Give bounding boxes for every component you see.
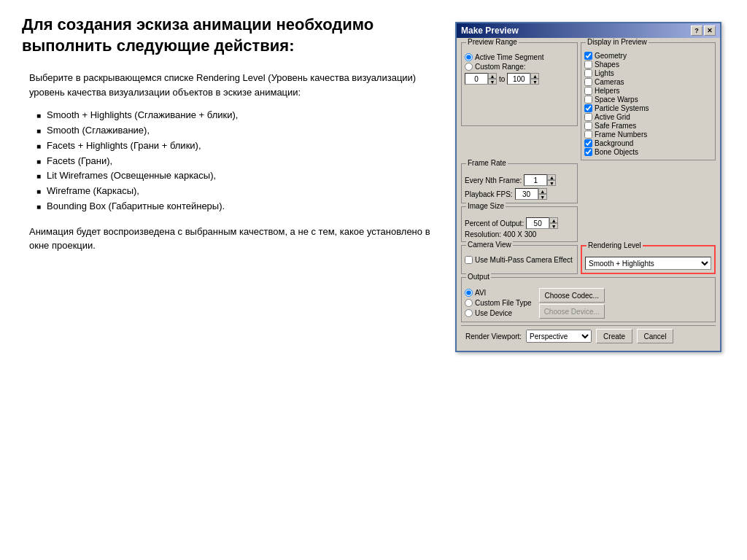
range-to-down[interactable]: ▼ <box>530 79 539 85</box>
display-item-label: Frame Numbers <box>595 131 647 139</box>
display-item-label: Lights <box>595 69 614 77</box>
display-item-row: Helpers <box>584 87 712 95</box>
render-viewport-label: Render Viewport: <box>465 332 522 341</box>
row-5: Output AVI Custom File Type <box>461 277 716 322</box>
custom-range-label: Custom Range: <box>475 63 525 71</box>
percent-down[interactable]: ▼ <box>549 223 558 229</box>
display-item-row: Cameras <box>584 78 712 86</box>
display-item-label: Safe Frames <box>595 122 636 130</box>
rendering-level-content: Smooth + Highlights Smooth Facets + High… <box>585 257 711 270</box>
output-options: AVI Custom File Type Use Device <box>465 289 532 319</box>
display-item-checkbox[interactable] <box>584 131 592 139</box>
list-item: Facets + Highlights (Грани + блики), <box>36 139 441 154</box>
help-button[interactable]: ? <box>691 26 703 36</box>
multipass-checkbox[interactable] <box>465 256 473 264</box>
custom-file-radio[interactable] <box>465 299 473 307</box>
fps-row: Playback FPS: ▲ ▼ <box>465 188 574 200</box>
display-item-checkbox[interactable] <box>584 139 592 147</box>
cancel-button[interactable]: Cancel <box>637 329 673 343</box>
fps-input[interactable] <box>515 188 538 200</box>
avi-radio[interactable] <box>465 289 473 297</box>
percent-spinbox: ▲ ▼ <box>526 217 558 229</box>
display-item-label: Active Grid <box>595 113 630 121</box>
percent-input[interactable] <box>526 217 549 229</box>
range-from-input[interactable] <box>465 73 488 85</box>
display-preview-content: GeometryShapesLightsCamerasHelpersSpace … <box>584 52 712 156</box>
dialog-body: Preview Range Active Time Segment Custom… <box>457 38 720 351</box>
nth-row: Every Nth Frame: ▲ ▼ <box>465 174 574 186</box>
output-label: Output <box>466 273 491 281</box>
fps-up[interactable]: ▲ <box>538 188 547 194</box>
image-size-label: Image Size <box>466 202 506 210</box>
fps-down[interactable]: ▼ <box>538 194 547 200</box>
range-from-arrows: ▲ ▼ <box>488 73 497 85</box>
percent-up[interactable]: ▲ <box>549 217 558 223</box>
list-item: Facets (Грани), <box>36 154 441 169</box>
display-item-row: Lights <box>584 69 712 77</box>
dialog-title: Make Preview <box>461 26 519 36</box>
active-time-radio[interactable] <box>465 53 473 61</box>
range-to-input[interactable] <box>507 73 530 85</box>
camera-view-group: Camera View Use Multi-Pass Camera Effect <box>461 245 578 274</box>
display-item-row: Background <box>584 139 712 147</box>
bullet-list: Smooth + Highlights (Сглаживание + блики… <box>36 108 441 214</box>
active-time-label: Active Time Segment <box>475 53 543 61</box>
resolution-row: Resolution: 400 X 300 <box>465 230 574 238</box>
resolution-label: Resolution: <box>465 230 503 238</box>
close-button[interactable]: ✕ <box>704 26 716 36</box>
output-group: Output AVI Custom File Type <box>461 277 716 322</box>
avi-row: AVI <box>465 289 532 297</box>
preview-range-group: Preview Range Active Time Segment Custom… <box>461 42 578 126</box>
output-content: AVI Custom File Type Use Device <box>465 288 712 319</box>
bottom-bar: Render Viewport: Perspective Top Front L… <box>461 325 716 346</box>
fps-label: Playback FPS: <box>465 190 513 198</box>
use-device-label: Use Device <box>475 309 512 317</box>
display-item-checkbox[interactable] <box>584 69 592 77</box>
resolution-value: 400 X 300 <box>503 230 537 238</box>
range-to-spinbox: ▲ ▼ <box>507 73 539 85</box>
choose-device-button[interactable]: Choose Device... <box>539 304 605 319</box>
camera-view-label: Camera View <box>466 241 513 249</box>
list-item: Lit Wireframes (Освещенные каркасы), <box>36 168 441 184</box>
display-item-row: Safe Frames <box>584 122 712 130</box>
nth-down[interactable]: ▼ <box>547 180 556 186</box>
use-device-radio[interactable] <box>465 309 473 317</box>
rendering-level-select[interactable]: Smooth + Highlights Smooth Facets + High… <box>585 257 711 270</box>
display-item-label: Cameras <box>595 78 624 86</box>
display-item-checkbox[interactable] <box>584 148 592 156</box>
preview-range-label: Preview Range <box>466 38 519 46</box>
percent-row: Percent of Output: ▲ ▼ <box>465 217 574 229</box>
preview-range-content: Active Time Segment Custom Range: <box>465 53 574 85</box>
nth-arrows: ▲ ▼ <box>547 174 556 186</box>
display-item-checkbox[interactable] <box>584 104 592 112</box>
row-4: Camera View Use Multi-Pass Camera Effect… <box>461 245 716 274</box>
avi-label: AVI <box>475 289 486 297</box>
rendering-level-group: Rendering Level Smooth + Highlights Smoo… <box>581 245 716 274</box>
display-item-checkbox[interactable] <box>584 52 592 60</box>
range-inputs-row: ▲ ▼ to ▲ ▼ <box>465 73 574 85</box>
display-item-checkbox[interactable] <box>584 96 592 104</box>
nth-input[interactable] <box>524 174 547 186</box>
output-buttons: Choose Codec... Choose Device... <box>539 288 605 319</box>
frame-rate-content: Every Nth Frame: ▲ ▼ Pl <box>465 174 574 200</box>
range-from-up[interactable]: ▲ <box>488 73 497 79</box>
choose-codec-button[interactable]: Choose Codec... <box>539 288 605 303</box>
range-to-up[interactable]: ▲ <box>530 73 539 79</box>
display-item-checkbox[interactable] <box>584 87 592 95</box>
nth-up[interactable]: ▲ <box>547 174 556 180</box>
create-button[interactable]: Create <box>596 329 632 343</box>
display-item-checkbox[interactable] <box>584 113 592 121</box>
custom-range-radio[interactable] <box>465 63 473 71</box>
nth-spinbox: ▲ ▼ <box>524 174 556 186</box>
left-content: Для создания эскиза анимации необходимо … <box>22 15 455 545</box>
display-item-checkbox[interactable] <box>584 61 592 69</box>
multipass-label: Use Multi-Pass Camera Effect <box>475 256 573 264</box>
viewport-select[interactable]: Perspective Top Front Left <box>526 330 592 343</box>
display-item-checkbox[interactable] <box>584 122 592 130</box>
display-preview-label: Display in Preview <box>586 38 649 46</box>
display-item-checkbox[interactable] <box>584 78 592 86</box>
range-from-down[interactable]: ▼ <box>488 79 497 85</box>
display-item-label: Space Warps <box>595 96 638 104</box>
to-label: to <box>499 75 505 83</box>
rendering-level-label: Rendering Level <box>587 241 643 249</box>
